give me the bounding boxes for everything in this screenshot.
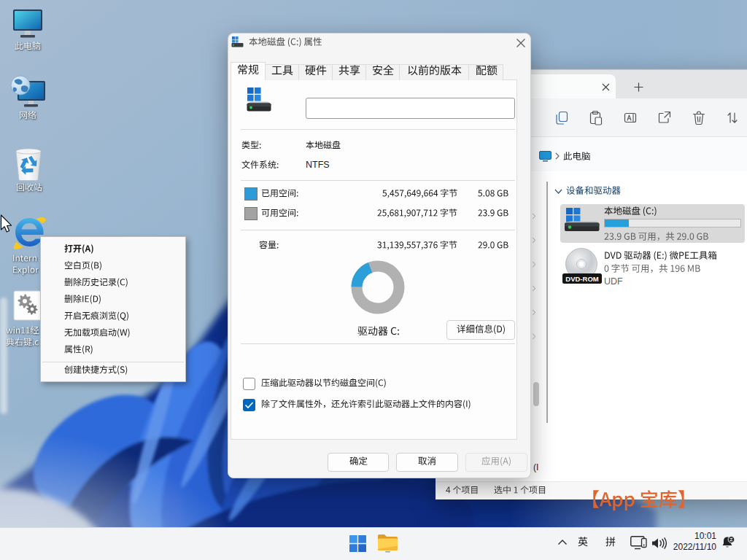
svg-text:DVD-ROM: DVD-ROM: [565, 275, 598, 283]
